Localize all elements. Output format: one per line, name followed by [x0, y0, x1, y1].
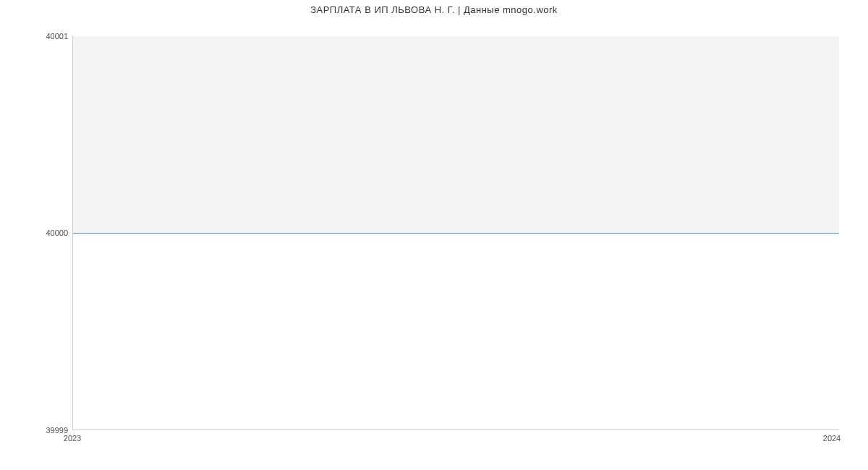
y-tick-label: 40000 [46, 228, 68, 237]
y-tick-max: 40001 [46, 32, 68, 40]
grid-band-upper [73, 36, 839, 233]
chart-title: ЗАРПЛАТА В ИП ЛЬВОВА Н. Г. | Данные mnog… [0, 4, 868, 15]
y-tick-label: 40001 [46, 32, 68, 40]
x-tick-start: 2023 [64, 434, 81, 443]
x-tick-label: 2023 [64, 434, 81, 443]
x-tick-end: 2024 [823, 434, 841, 443]
salary-line-chart: ЗАРПЛАТА В ИП ЛЬВОВА Н. Г. | Данные mnog… [0, 0, 868, 470]
y-tick-mid: 40000 [46, 228, 68, 237]
plot-area [72, 36, 839, 430]
salary-series-line [73, 233, 839, 234]
x-tick-label: 2024 [823, 434, 841, 443]
